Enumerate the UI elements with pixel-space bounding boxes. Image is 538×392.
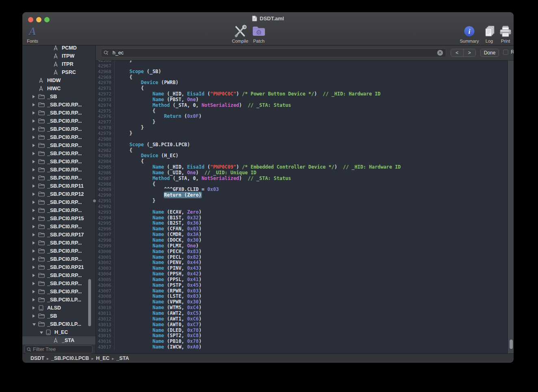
disclosure-triangle[interactable] <box>33 233 35 236</box>
code-line[interactable]: } <box>118 125 508 131</box>
sidebar-item-sb-pci0-rp[interactable]: _SB.PCI0.RP... <box>22 109 95 117</box>
code-line[interactable]: Method (_STA, 0, NotSerialized) // _STA:… <box>118 103 508 108</box>
code-line[interactable]: { <box>118 159 508 165</box>
sidebar-item-h-ec[interactable]: H_EC <box>22 328 95 336</box>
code-line[interactable]: Name (PLMX, One) <box>118 243 508 249</box>
sidebar-item-sb-pci0-rp[interactable]: _SB.PCI0.RP... <box>22 279 95 288</box>
print-button[interactable]: Print <box>492 24 514 45</box>
disclosure-triangle[interactable] <box>33 136 35 139</box>
breadcrumb-item[interactable]: H_EC <box>96 355 109 361</box>
code-area[interactable]: } Scope (_SB) { Device (PWRB) { Name (_H… <box>115 61 508 350</box>
code-line[interactable]: } <box>118 198 508 204</box>
code-line[interactable]: Name (VPWR, 0x30) <box>118 299 508 305</box>
disclosure-triangle[interactable] <box>33 168 35 171</box>
code-line[interactable]: Name (CFAN, 0x03) <box>118 226 508 232</box>
code-line[interactable]: Scope (_SB.PCI0.LPCB) <box>118 142 508 148</box>
disclosure-triangle[interactable] <box>33 160 35 163</box>
code-line[interactable]: Return (Zero) <box>118 193 508 198</box>
disclosure-triangle[interactable] <box>33 152 35 155</box>
code-line[interactable]: { <box>118 75 508 80</box>
code-line[interactable] <box>118 63 508 69</box>
code-line[interactable]: Name (PENV, 0x44) <box>118 260 508 266</box>
disclosure-triangle[interactable] <box>33 209 35 212</box>
disclosure-triangle[interactable] <box>33 103 35 106</box>
clear-icon[interactable]: ✕ <box>437 50 443 56</box>
code-line[interactable]: Name (DLED, 0x78) <box>118 328 508 334</box>
code-line[interactable]: { <box>118 108 508 114</box>
code-line[interactable]: Name (DOCK, 0x30) <box>118 238 508 243</box>
sidebar-item-sta[interactable]: _STA <box>22 336 95 344</box>
code-line[interactable]: } <box>118 131 508 136</box>
code-line[interactable]: Name (PB10, 0x78) <box>118 339 508 344</box>
code-line[interactable]: Name (PINV, 0x43) <box>118 266 508 271</box>
disclosure-triangle[interactable] <box>33 314 35 318</box>
code-line[interactable]: { <box>118 148 508 154</box>
sidebar-item-itpw[interactable]: ITPW <box>22 52 95 60</box>
sidebar-item-itpr[interactable]: ITPR <box>22 60 95 68</box>
disclosure-triangle[interactable] <box>33 282 35 285</box>
editor-scrollbar[interactable] <box>508 61 514 353</box>
sidebar-item-sb-pci0-rp[interactable]: _SB.PCI0.RP... <box>22 271 95 279</box>
disclosure-triangle[interactable] <box>40 331 43 334</box>
sidebar-item-sb-pci0-rp15[interactable]: _SB.PCI0.RP15 <box>22 214 95 223</box>
pane-divider-handle[interactable] <box>93 199 96 202</box>
sidebar-item-pcmd[interactable]: PCMD <box>22 45 95 52</box>
sidebar-item-sb-pci0-rp[interactable]: _SB.PCI0.RP... <box>22 166 95 174</box>
disclosure-triangle[interactable] <box>33 184 35 188</box>
code-line[interactable]: Name (PPSH, 0x42) <box>118 271 508 277</box>
sidebar-item-sb-pci0-rp[interactable]: _SB.PCI0.RP... <box>22 247 95 255</box>
code-line[interactable]: Name (PSTP, 0x45) <box>118 283 508 288</box>
disclosure-triangle[interactable] <box>33 249 35 253</box>
breadcrumb-item[interactable]: _SB.PCI0.LPCB <box>51 355 89 361</box>
find-previous-button[interactable]: < <box>451 49 464 56</box>
sidebar-item-sb-pci0-rp11[interactable]: _SB.PCI0.RP11 <box>22 182 95 190</box>
sidebar-item-sb-pci0-rp[interactable]: _SB.PCI0.RP... <box>22 158 95 166</box>
code-line[interactable]: Name (_HID, EisaId ("PNP0C09") /* Embedd… <box>118 165 508 170</box>
code-line[interactable]: Name (LSTE, 0x03) <box>118 294 508 299</box>
disclosure-triangle[interactable] <box>33 144 35 147</box>
code-line[interactable]: Name (B2ST, 0x36) <box>118 221 508 226</box>
code-line[interactable]: Name (PBST, One) <box>118 97 508 103</box>
sidebar-item-sb-pci0-rp[interactable]: _SB.PCI0.RP... <box>22 198 95 206</box>
code-line[interactable]: Name (PECH, 0x83) <box>118 249 508 255</box>
sidebar-item-hiwc[interactable]: HIWC <box>22 84 95 93</box>
code-line[interactable]: Name (B1ST, 0x32) <box>118 215 508 221</box>
code-line[interactable]: Return (0x0F) <box>118 114 508 119</box>
disclosure-triangle[interactable] <box>33 95 35 98</box>
sidebar-item-sb-pci0-rp[interactable]: _SB.PCI0.RP... <box>22 117 95 125</box>
code-line[interactable]: Name (AWT2, 0xC5) <box>118 311 508 316</box>
find-next-button[interactable]: > <box>464 49 476 56</box>
find-input[interactable]: h_ec ✕ <box>101 48 446 57</box>
sidebar-item-alsd[interactable]: ALSD <box>22 304 95 312</box>
sidebar-item-sb-pci0-rp[interactable]: _SB.PCI0.RP... <box>22 239 95 247</box>
code-line[interactable]: Scope (_SB) <box>118 69 508 75</box>
sidebar-item-sb-pci0-rp[interactable]: _SB.PCI0.RP... <box>22 141 95 149</box>
code-line[interactable]: Device (PWRB) <box>118 80 508 86</box>
code-line[interactable] <box>118 136 508 142</box>
code-line[interactable]: Name (AWT1, 0xC6) <box>118 316 508 322</box>
sidebar-item-sb-pci0-rp[interactable]: _SB.PCI0.RP... <box>22 125 95 133</box>
sidebar-item-sb-pci0-rp[interactable]: _SB.PCI0.RP... <box>22 101 95 109</box>
code-line[interactable]: } <box>118 119 508 125</box>
patch-button[interactable]: Patch <box>246 24 272 45</box>
sidebar-item-sb-pci0-lp[interactable]: _SB.PCI0.LP... <box>22 320 95 328</box>
code-line[interactable] <box>118 204 508 210</box>
sidebar-item-sb-pci0-lp[interactable]: _SB.PCI0.LP... <box>22 296 95 304</box>
sidebar-item-sb-pci0-rp[interactable]: _SB.PCI0.RP... <box>22 149 95 158</box>
disclosure-triangle[interactable] <box>33 290 35 293</box>
code-line[interactable]: Name (PECL, 0x82) <box>118 255 508 260</box>
sidebar-item-sb-pci0-rp12[interactable]: _SB.PCI0.RP12 <box>22 190 95 198</box>
filter-tree-input[interactable]: Filter Tree <box>24 345 93 353</box>
disclosure-triangle[interactable] <box>33 193 35 196</box>
code-line[interactable]: Name (WTMS, 0xC4) <box>118 305 508 311</box>
code-line[interactable]: Device (H_EC) <box>118 153 508 159</box>
sidebar-item-sb-pci0-rp17[interactable]: _SB.PCI0.RP17 <box>22 231 95 239</box>
code-line[interactable]: Name (ECAV, Zero) <box>118 210 508 215</box>
code-line[interactable]: Name (CMDR, 0x3A) <box>118 232 508 238</box>
sidebar-item-sb-pci0-rp[interactable]: _SB.PCI0.RP... <box>22 133 95 141</box>
sidebar-item-sb[interactable]: _SB <box>22 312 95 320</box>
sidebar-item-hidw[interactable]: HIDW <box>22 76 95 84</box>
fonts-button[interactable]: A Fonts <box>22 24 46 45</box>
code-line[interactable]: Name (RPWR, 0x03) <box>118 288 508 294</box>
code-line[interactable]: { <box>118 182 508 187</box>
